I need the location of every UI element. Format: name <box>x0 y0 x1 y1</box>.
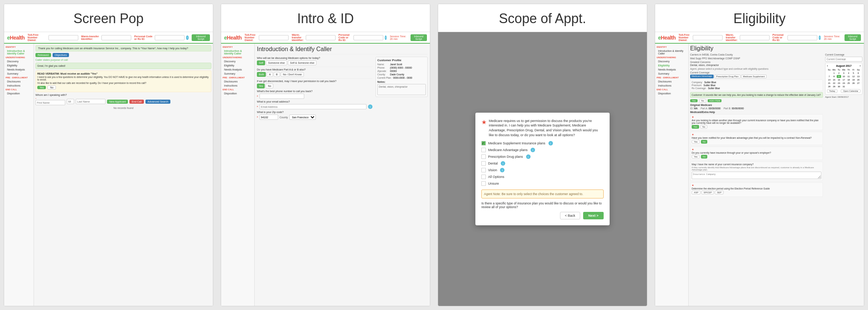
mi-input[interactable] <box>67 99 74 104</box>
intro-discovery[interactable]: Discovery <box>221 59 254 63</box>
released-btn[interactable]: Released <box>35 53 51 57</box>
cal-d30[interactable]: 29 <box>832 85 836 88</box>
intro-disclosures[interactable]: Disclosures <box>221 79 254 84</box>
elig-summary-nav[interactable]: Summary <box>655 72 688 76</box>
elig-disclosures-nav[interactable]: Disclosures <box>655 79 688 84</box>
intro-summary[interactable]: Summary <box>221 72 254 76</box>
all-options-checkbox[interactable] <box>481 175 486 179</box>
toll-free-input-1[interactable] <box>48 35 78 40</box>
cal-d11[interactable]: 10 <box>842 75 846 78</box>
personal-code-info-4[interactable]: i <box>819 35 821 40</box>
first-name-input[interactable] <box>35 100 65 105</box>
cal-d5[interactable]: 4 <box>846 72 851 75</box>
prescription-drug-info[interactable]: i <box>526 154 531 159</box>
med-advantage-tag[interactable]: Medicare Advantage <box>690 75 714 78</box>
unsure-checkbox[interactable] <box>481 181 486 186</box>
prescription-drug-tag[interactable]: Prescription Drug Plan <box>714 75 740 78</box>
cal-d9[interactable]: 8 <box>832 75 836 78</box>
personal-code-input-1[interactable] <box>155 35 185 40</box>
elig-eligibility-nav[interactable]: Eligibility <box>655 63 688 68</box>
cal-d31[interactable]: 30 <box>837 85 841 88</box>
cal-d8[interactable]: 7 <box>827 75 831 78</box>
intro-caller-nav[interactable]: Introduction & Identify Caller <box>221 49 254 56</box>
prescription-drug-checkbox[interactable] <box>481 154 486 159</box>
cal-d32[interactable]: 31 <box>842 85 846 88</box>
medicare-advantage-info[interactable]: i <box>531 148 535 152</box>
discovery-item[interactable]: Discovery <box>4 59 34 63</box>
cal-d1[interactable] <box>827 72 831 75</box>
scope-next-btn[interactable]: Next > <box>583 212 604 219</box>
county-select[interactable]: San Francisco <box>289 115 316 120</box>
medicare-advantage-checkbox[interactable] <box>481 148 486 152</box>
dental-info[interactable]: i <box>501 161 505 166</box>
cal-d2[interactable]: 1 <box>832 72 836 75</box>
intro-instructions[interactable]: Instructions <box>221 84 254 88</box>
personal-code-input-4[interactable] <box>787 35 817 40</box>
sep-btn[interactable]: SEP <box>715 191 724 194</box>
toll-free-input-4[interactable] <box>693 35 723 40</box>
cal-prev-icon[interactable]: ‹ <box>827 65 828 67</box>
open-cal-btn[interactable]: Open Calendar <box>841 89 861 93</box>
intro-eligibility[interactable]: Eligibility <box>221 63 254 68</box>
cal-d25[interactable]: 24 <box>842 82 846 85</box>
cal-d29[interactable]: 28 <box>827 85 831 88</box>
yes-callback-btn[interactable]: Yes <box>257 84 265 88</box>
yes-btn-sp[interactable]: Yes <box>37 86 46 89</box>
email-info[interactable]: i <box>368 104 372 109</box>
med-supplement-tag[interactable]: Medicare Supplement <box>741 75 767 78</box>
asp-btn[interactable]: ASP <box>692 191 701 194</box>
cal-d12[interactable]: 11 <box>846 75 851 78</box>
email-input[interactable] <box>260 104 367 109</box>
cal-d21[interactable]: 20 <box>856 78 861 81</box>
phone-input[interactable] <box>260 94 304 99</box>
q3-yes[interactable]: Yes <box>692 155 700 159</box>
personal-code-info-1[interactable]: i <box>186 35 189 40</box>
cal-d22[interactable]: 21 <box>827 82 831 85</box>
toll-free-input-2[interactable] <box>259 35 289 40</box>
q3-no[interactable]: No <box>701 155 708 159</box>
medicare-supplement-checkbox[interactable]: ✓ <box>481 141 486 145</box>
cal-d19[interactable]: 18 <box>846 78 851 81</box>
objectives-btn[interactable]: Objectives <box>53 53 69 57</box>
q2-no[interactable]: No <box>701 140 708 144</box>
eligibility-item[interactable]: Eligibility <box>4 63 34 68</box>
cal-d13[interactable]: 12 <box>851 75 856 78</box>
dont-know-btn[interactable]: No / Don't Know <box>281 72 304 77</box>
q2-yes[interactable]: Yes <box>692 140 700 144</box>
no-btn-sp[interactable]: No <box>47 85 56 90</box>
personal-code-input-2[interactable] <box>353 35 383 40</box>
cal-d23[interactable]: 22 <box>832 82 836 85</box>
cal-d18[interactable]: 17 <box>842 78 846 81</box>
cal-d24[interactable]: 23 <box>837 82 841 85</box>
warm-transfer-input-1[interactable] <box>101 35 131 40</box>
instructions-item[interactable]: Instructions <box>4 84 34 88</box>
add-item-btn[interactable]: ADD ITEM <box>708 99 721 102</box>
cal-d4[interactable]: 3 <box>842 72 846 75</box>
intro-disposition[interactable]: Disposition <box>221 91 254 95</box>
self-someone-btn[interactable]: Self & Someone else <box>288 60 317 65</box>
no-callback-btn[interactable]: No <box>265 84 273 88</box>
q4-textarea[interactable] <box>692 172 821 179</box>
today-btn[interactable]: Today <box>827 89 837 93</box>
cal-d10[interactable]: 9 <box>837 75 841 78</box>
end-call-btn-sp[interactable]: End Call <box>129 100 144 104</box>
q1-no[interactable]: No <box>700 125 708 129</box>
elig-no-btn[interactable]: No <box>699 99 707 103</box>
elig-instructions-nav[interactable]: Instructions <box>655 84 688 88</box>
cal-d6[interactable]: 5 <box>851 72 856 75</box>
summary-item[interactable]: Summary <box>4 72 34 76</box>
elig-disposition-nav[interactable]: Disposition <box>655 91 688 95</box>
vision-checkbox[interactable] <box>481 168 486 172</box>
inbound-script-btn-4[interactable]: Inbound Script <box>845 34 861 41</box>
elig-needs-nav[interactable]: Needs Analysis <box>655 68 688 72</box>
cal-d3[interactable]: 2 <box>837 72 841 75</box>
scope-back-btn[interactable]: < Back <box>560 212 580 219</box>
zip-input[interactable] <box>260 115 278 120</box>
cal-d17[interactable]: 16 <box>837 78 841 81</box>
spicep-btn[interactable]: SPICEP <box>701 191 714 194</box>
cal-d27[interactable]: 26 <box>851 82 856 85</box>
dental-checkbox[interactable] <box>481 161 486 166</box>
cal-d26[interactable]: 25 <box>846 82 851 85</box>
cal-d14[interactable]: 13 <box>856 75 861 78</box>
needs-analysis-item[interactable]: Needs Analysis <box>4 68 34 72</box>
